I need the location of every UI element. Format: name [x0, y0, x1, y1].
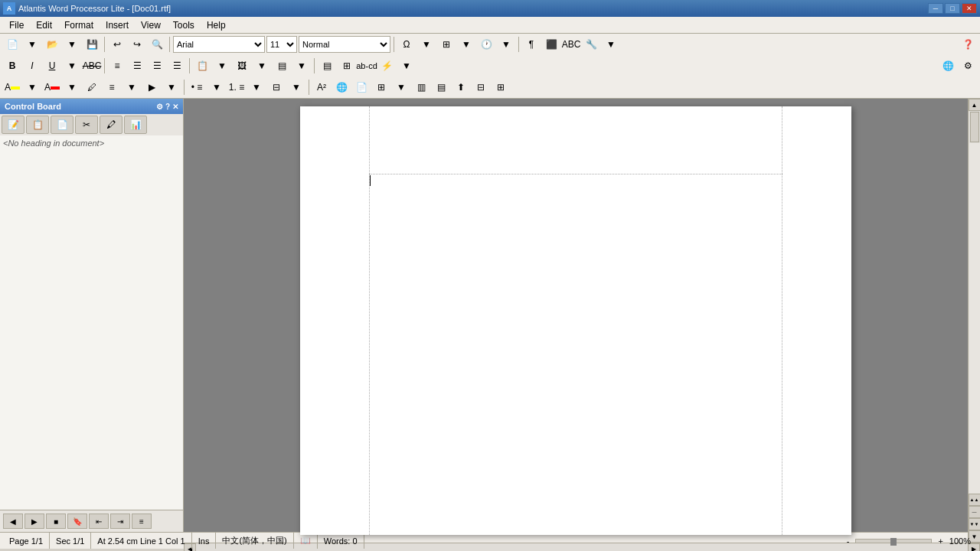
settings-button[interactable]: ⚙: [959, 57, 977, 74]
bold-button[interactable]: B: [3, 57, 21, 74]
menu-tools[interactable]: Tools: [167, 18, 201, 32]
section-btn[interactable]: ▤: [318, 57, 336, 74]
justify-button[interactable]: ☰: [168, 57, 186, 74]
table-button[interactable]: ⊞: [437, 36, 456, 53]
paste-btn[interactable]: 📋: [193, 57, 211, 74]
sidebar-gear-icon[interactable]: ⚙: [156, 103, 163, 111]
lightning-dropdown[interactable]: ▼: [397, 57, 416, 74]
tools-dropdown[interactable]: ▼: [602, 36, 620, 53]
open-button[interactable]: 📂: [43, 36, 61, 53]
align-center-button[interactable]: ☰: [128, 57, 146, 74]
highlight-dropdown[interactable]: ▼: [23, 79, 41, 96]
columns-btn[interactable]: ▤: [273, 57, 291, 74]
nav-prev-btn[interactable]: ◀: [3, 514, 23, 529]
nav-format-btn[interactable]: ≡: [132, 514, 152, 529]
colformat-btn[interactable]: ▥: [412, 79, 430, 96]
table2-btn[interactable]: ⊞: [338, 57, 356, 74]
lines-dropdown[interactable]: ▼: [122, 79, 141, 96]
restore-button[interactable]: □: [945, 3, 960, 14]
format4-btn[interactable]: ⊞: [492, 79, 510, 96]
menu-file[interactable]: File: [3, 18, 30, 32]
new-button[interactable]: 📄: [3, 36, 21, 53]
zoom-slider[interactable]: [855, 539, 932, 543]
strikethrough-button[interactable]: ABC: [83, 57, 101, 74]
time-dropdown[interactable]: ▼: [497, 36, 515, 53]
italic-button[interactable]: I: [23, 57, 41, 74]
eraser-btn[interactable]: 🖊: [83, 79, 101, 96]
sidebar-close-icon[interactable]: ✕: [172, 103, 178, 111]
arrow-up-btn[interactable]: ⬆: [452, 79, 470, 96]
menu-view[interactable]: View: [135, 18, 167, 32]
status-book-icon[interactable]: 📖: [294, 533, 318, 549]
indent-btn[interactable]: ▶: [142, 79, 161, 96]
symbol-button[interactable]: Ω: [397, 36, 416, 53]
menu-help[interactable]: Help: [201, 18, 232, 32]
find-button[interactable]: 🔍: [148, 36, 166, 53]
underline-button[interactable]: U: [43, 57, 61, 74]
lightning-btn[interactable]: ⚡: [377, 57, 396, 74]
scroll-thumb[interactable]: [970, 112, 979, 142]
nav-indent2-btn[interactable]: ⇥: [110, 514, 130, 529]
font-name-select[interactable]: Arial: [173, 36, 265, 53]
nav-next-btn[interactable]: ▶: [24, 514, 44, 529]
image-btn[interactable]: 🖼: [233, 57, 251, 74]
font-color-btn[interactable]: A: [43, 79, 61, 96]
highlight-btn[interactable]: A: [3, 79, 21, 96]
pilcrow-button[interactable]: ¶: [522, 36, 541, 53]
bullet-dropdown[interactable]: ▼: [207, 79, 226, 96]
redo-button[interactable]: ↪: [128, 36, 146, 53]
format3-btn[interactable]: ⊟: [472, 79, 490, 96]
globe-btn[interactable]: 🌐: [332, 79, 351, 96]
style-select[interactable]: Normal: [299, 36, 390, 53]
undo-button[interactable]: ↩: [108, 36, 126, 53]
scroll-top-button[interactable]: ▲: [969, 99, 981, 111]
sidebar-tab-5[interactable]: 🖍: [100, 116, 122, 134]
paste-dropdown[interactable]: ▼: [213, 57, 231, 74]
outline-dropdown[interactable]: ▼: [287, 79, 305, 96]
sidebar-tab-2[interactable]: 📋: [26, 116, 49, 134]
document-page[interactable]: [300, 106, 851, 535]
outline-btn[interactable]: ⊟: [267, 79, 286, 96]
menu-edit[interactable]: Edit: [30, 18, 58, 32]
time-button[interactable]: 🕐: [477, 36, 495, 53]
scroll-center-btn[interactable]: —: [969, 506, 981, 518]
format-btn2[interactable]: ⬛: [542, 36, 560, 53]
close-button[interactable]: ✕: [962, 3, 977, 14]
nav-indent-btn[interactable]: ⇤: [89, 514, 109, 529]
scroll-track[interactable]: [969, 143, 980, 494]
open-dropdown[interactable]: ▼: [63, 36, 81, 53]
tools-btn[interactable]: 🔧: [582, 36, 600, 53]
num-list-btn[interactable]: 1. ≡: [227, 79, 246, 96]
sidebar-tab-4[interactable]: ✂: [75, 116, 98, 134]
document-scroll-area[interactable]: [184, 99, 968, 543]
sidebar-tab-3[interactable]: 📄: [51, 116, 74, 134]
page-content[interactable]: [369, 106, 782, 535]
help-button[interactable]: ❓: [959, 36, 977, 53]
align-right-button[interactable]: ☰: [148, 57, 166, 74]
save-button[interactable]: 💾: [83, 36, 101, 53]
font-size-select[interactable]: 11: [266, 36, 297, 53]
nav-bookmark-btn[interactable]: 🔖: [67, 514, 87, 529]
zoom-thumb[interactable]: [890, 538, 897, 546]
sidebar-help-icon[interactable]: ?: [165, 103, 170, 111]
num-dropdown[interactable]: ▼: [247, 79, 266, 96]
page-layout-btn[interactable]: 📄: [352, 79, 371, 96]
columns-dropdown[interactable]: ▼: [292, 57, 311, 74]
superscript-btn[interactable]: A²: [312, 79, 331, 96]
minimize-button[interactable]: ─: [928, 3, 943, 14]
scroll-to-bottom-btn[interactable]: ▼▼: [969, 518, 981, 530]
image-dropdown[interactable]: ▼: [253, 57, 271, 74]
zoom-in-button[interactable]: +: [935, 536, 946, 546]
colformat2-btn[interactable]: ▤: [432, 79, 450, 96]
symbol-dropdown[interactable]: ▼: [417, 36, 436, 53]
table3-btn[interactable]: ⊞: [372, 79, 390, 96]
table-dropdown[interactable]: ▼: [457, 36, 475, 53]
zoom-out-button[interactable]: -: [844, 536, 853, 546]
indent-dropdown[interactable]: ▼: [162, 79, 181, 96]
menu-format[interactable]: Format: [58, 18, 100, 32]
web-button[interactable]: 🌐: [939, 57, 957, 74]
table3-dropdown[interactable]: ▼: [392, 79, 410, 96]
nav-stop-btn[interactable]: ■: [46, 514, 66, 529]
menu-insert[interactable]: Insert: [100, 18, 135, 32]
spellcheck-button[interactable]: ABC: [562, 36, 580, 53]
